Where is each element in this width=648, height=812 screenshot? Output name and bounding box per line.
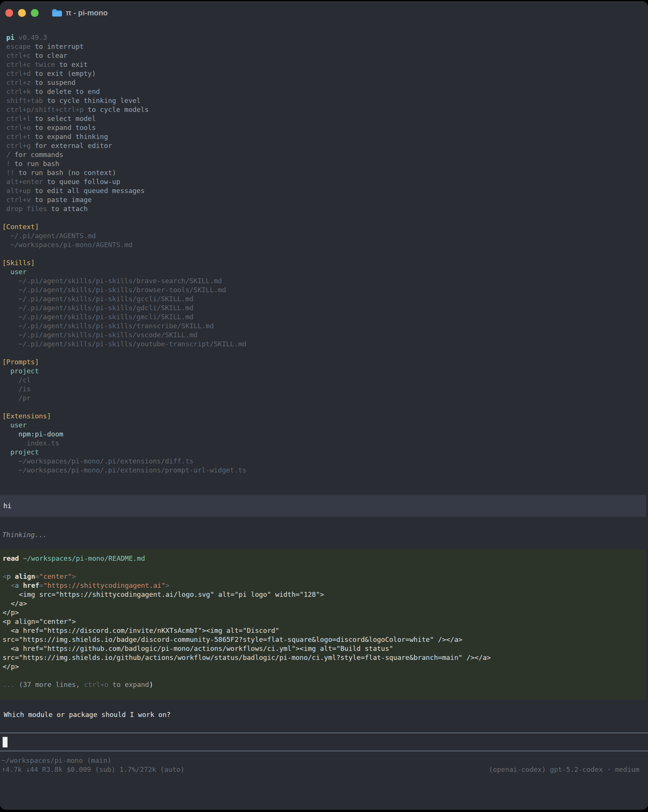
text-segment: to interrupt — [31, 43, 84, 50]
terminal-line: ~/workspaces/pi-mono/AGENTS.md — [0, 240, 648, 249]
zoom-button[interactable] — [31, 9, 39, 17]
title-bar: π - pi-mono — [0, 2, 648, 24]
terminal-line: ... (37 more lines, ctrl+o to expand) — [0, 680, 646, 689]
terminal-line: ctrl+g for external editor — [0, 141, 648, 150]
text-segment: ... — [3, 681, 19, 688]
text-segment: npm:pi-doom — [2, 430, 64, 438]
terminal-line: ~/.pi/agent/skills/pi-skills/youtube-tra… — [0, 339, 648, 348]
text-segment: <p align="center"> — [3, 617, 76, 625]
text-segment: src="https://img.shields.io/github/actio… — [3, 653, 491, 661]
text-segment: "center" — [40, 572, 72, 580]
text-segment: ! — [2, 160, 11, 168]
text-cursor — [3, 737, 8, 747]
text-segment: / — [2, 151, 11, 159]
startup-banner: pi v0.49.3 escape to interrupt ctrl+c to… — [0, 33, 648, 475]
text-segment: ctrl+o — [84, 681, 108, 688]
text-segment: for external editor — [31, 142, 112, 150]
text-segment: to cycle models — [84, 105, 149, 113]
tool-call-read-block: read ~/workspaces/pi-mono/README.md<p al… — [0, 549, 646, 700]
status-row-usage: ↑4.7k ↓44 R3.8k $0.009 (sub) 1.7%/272k (… — [0, 765, 648, 774]
terminal-line: project — [0, 448, 648, 457]
terminal-line: ctrl+l to select model — [0, 114, 648, 123]
text-segment: v0.49.3 — [15, 34, 47, 41]
text-segment: [Context] — [2, 223, 39, 230]
text-segment — [2, 34, 6, 41]
text-segment: !! — [2, 169, 15, 177]
terminal-line: <a href="https://github.com/badlogic/pi-… — [0, 644, 646, 653]
text-segment: ) — [149, 681, 153, 688]
text-segment: to clear — [31, 52, 67, 60]
terminal-line: ~/.pi/agent/skills/pi-skills/transcribe/… — [0, 322, 648, 331]
text-segment: for commands — [11, 151, 64, 159]
text-segment: > — [166, 582, 170, 589]
terminal-line: src="https://img.shields.io/github/actio… — [0, 653, 646, 662]
terminal-line: ctrl+c twice to exit — [0, 60, 648, 69]
terminal-line: pi v0.49.3 — [0, 33, 648, 42]
text-segment: to delete to end — [31, 87, 100, 95]
text-segment: < — [3, 582, 15, 589]
text-segment: < — [3, 572, 7, 580]
status-bar: ~/workspaces/pi-mono (main) ↑4.7k ↓44 R3… — [0, 756, 648, 774]
terminal-line: ctrl+o to expand tools — [0, 123, 648, 132]
terminal-line: project — [0, 366, 648, 375]
terminal-line: src="https://img.shields.io/badge/discor… — [0, 635, 646, 644]
text-segment: to edit all queued messages — [31, 187, 145, 195]
user-message: hi — [0, 495, 646, 517]
text-segment: "https://shittycodingagent.ai" — [43, 582, 165, 589]
message-input[interactable] — [0, 733, 648, 751]
terminal-line: ~/.pi/agent/skills/pi-skills/gccli/SKILL… — [0, 295, 648, 304]
terminal-line: shift+tab to cycle thinking level — [0, 96, 648, 105]
terminal-line: </a> — [0, 599, 646, 608]
text-segment: ~/workspaces/pi-mono/.pi/extensions/prom… — [2, 466, 246, 474]
text-segment: </p> — [3, 662, 19, 670]
text-segment: alt+enter — [2, 178, 43, 186]
text-segment: escape — [2, 43, 31, 50]
terminal-line: [Skills] — [0, 258, 648, 267]
thinking-indicator: Thinking... — [0, 530, 648, 539]
text-segment: /cl — [2, 376, 31, 384]
terminal-line: /is — [0, 385, 648, 394]
text-segment: ~/workspaces/pi-mono/AGENTS.md — [2, 241, 133, 249]
terminal-line — [0, 213, 648, 222]
minimize-button[interactable] — [18, 9, 26, 17]
text-segment: user — [2, 268, 27, 276]
text-segment: to expand tools — [31, 124, 96, 131]
text-segment: to queue follow-up — [43, 178, 120, 186]
text-segment: [Skills] — [2, 259, 35, 267]
text-segment: read — [3, 554, 19, 562]
terminal-line: </p> — [0, 662, 646, 671]
user-message-text: hi — [1, 501, 646, 510]
terminal-line: ctrl+d to exit (empty) — [0, 69, 648, 78]
terminal-line: [Extensions] — [0, 412, 648, 421]
model-label: (openai-codex) gpt-5.2-codex · medium — [489, 765, 648, 774]
text-segment: ~/workspaces/pi-mono/.pi/extensions/diff… — [2, 457, 194, 465]
text-segment: project — [2, 448, 39, 456]
text-segment: ~/.pi/agent/skills/pi-skills/youtube-tra… — [2, 340, 246, 348]
terminal-line: ctrl+t to expand thinking — [0, 132, 648, 141]
text-segment: to cycle thinking level — [43, 96, 140, 104]
terminal-line — [0, 403, 648, 412]
terminal-line: </p> — [0, 608, 646, 617]
text-segment: to exit (empty) — [31, 69, 96, 77]
terminal-line: ctrl+p/shift+ctrl+p to cycle models — [0, 105, 648, 114]
text-segment: </p> — [3, 609, 19, 616]
cwd-branch-label: ~/workspaces/pi-mono (main) — [2, 756, 111, 765]
close-button[interactable] — [5, 9, 13, 17]
terminal-line: [Context] — [0, 222, 648, 231]
text-segment: [Extensions] — [2, 412, 51, 420]
text-segment: ctrl+o — [2, 124, 31, 131]
text-segment: a — [15, 582, 19, 589]
text-segment: = — [40, 582, 44, 589]
window-title: π - pi-mono — [66, 9, 108, 17]
terminal-line: escape to interrupt — [0, 42, 648, 51]
terminal-line: ctrl+k to delete to end — [0, 87, 648, 96]
terminal-window: π - pi-mono pi v0.49.3 escape to interru… — [0, 2, 648, 810]
text-segment: user — [2, 421, 27, 429]
text-segment: to run bash — [11, 160, 59, 168]
text-segment: <a href="https://github.com/badlogic/pi-… — [3, 644, 393, 652]
terminal-line: ~/.pi/agent/skills/pi-skills/gdcli/SKILL… — [0, 304, 648, 313]
terminal-line: ~/.pi/agent/skills/pi-skills/browser-too… — [0, 285, 648, 295]
text-segment: ~/.pi/agent/AGENTS.md — [2, 232, 96, 240]
text-segment: align — [15, 572, 35, 580]
terminal-line: ctrl+c to clear — [0, 51, 648, 60]
